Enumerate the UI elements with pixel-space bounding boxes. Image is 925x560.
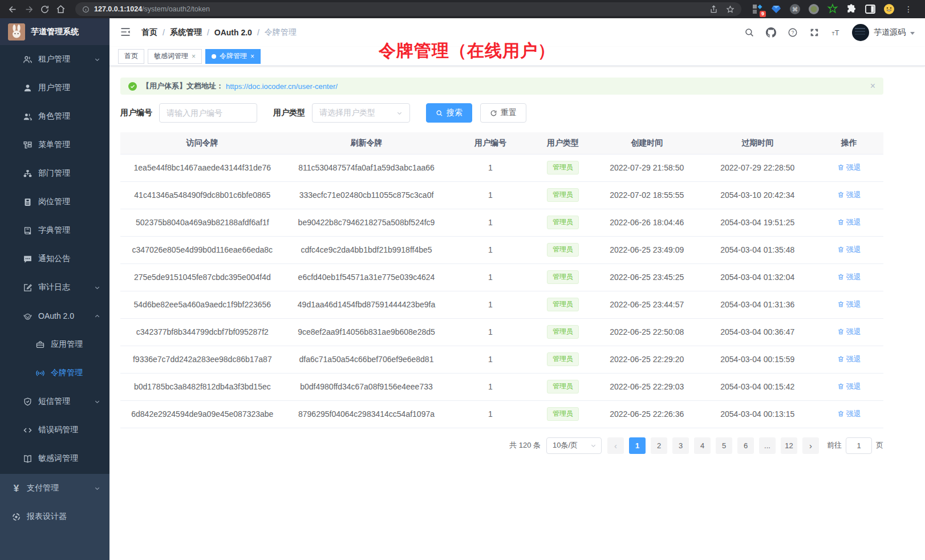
doc-link[interactable]: https://doc.iocoder.cn/user-center/: [226, 82, 338, 91]
sidebar-item-role[interactable]: 角色管理: [0, 102, 109, 131]
sidebar-item-audit-log[interactable]: 审计日志: [0, 273, 109, 302]
bookmark-star-icon[interactable]: [726, 5, 735, 14]
profile-emoji-icon[interactable]: [883, 3, 895, 15]
table-row: c342377bf8b344799dcbf7bf095287f2 9ce8ef2…: [120, 318, 883, 346]
sidebar-item-oauth-app[interactable]: 应用管理: [0, 330, 109, 359]
cell-access-token: 54d6be82ee5a460a9aedc1f9bf223656: [120, 291, 285, 318]
cell-actions: 强退: [815, 154, 883, 181]
page-button[interactable]: 1: [629, 437, 646, 454]
page-content: 【用户体系】文档地址： https://doc.iocoder.cn/user-…: [109, 66, 925, 560]
tab-token[interactable]: 令牌管理 ×: [205, 49, 261, 64]
breadcrumb-system[interactable]: 系统管理: [170, 27, 202, 38]
app-logo: [8, 23, 25, 40]
site-info-icon[interactable]: [82, 6, 90, 13]
goto-page-input[interactable]: [846, 437, 872, 454]
search-icon[interactable]: [744, 27, 755, 38]
page-button[interactable]: 6: [737, 437, 754, 454]
page-button[interactable]: 12: [781, 437, 797, 454]
tab-sensitive-word[interactable]: 敏感词管理 ×: [148, 49, 202, 64]
force-logout-button[interactable]: 强退: [837, 354, 861, 364]
sidebar-item-sensitive-word[interactable]: 敏感词管理: [0, 444, 109, 473]
force-logout-button[interactable]: 强退: [837, 272, 861, 282]
cell-actions: 强退: [815, 291, 883, 318]
user-type-select[interactable]: 请选择用户类型: [312, 103, 410, 123]
page-button[interactable]: 5: [716, 437, 732, 454]
share-icon[interactable]: [709, 5, 718, 14]
extension-star-icon[interactable]: [827, 3, 838, 15]
force-logout-button[interactable]: 强退: [837, 327, 861, 337]
breadcrumb-current: 令牌管理: [265, 27, 297, 38]
sidebar-item-report-designer[interactable]: 报表设计器: [0, 502, 109, 531]
reset-button[interactable]: 重置: [480, 103, 526, 123]
alert-close-icon[interactable]: ×: [870, 82, 875, 91]
close-icon[interactable]: ×: [250, 52, 254, 60]
sidebar-item-dept[interactable]: 部门管理: [0, 159, 109, 188]
sidebar-item-post[interactable]: 岗位管理: [0, 188, 109, 216]
cell-user-id: 1: [448, 400, 532, 428]
force-logout-button[interactable]: 强退: [837, 409, 861, 419]
sidebar-item-oauth2[interactable]: OAuth 2.0: [0, 302, 109, 330]
user-id-input[interactable]: [159, 103, 257, 123]
cell-user-id: 1: [448, 318, 532, 346]
sidebar-item-tenant[interactable]: 租户管理: [0, 45, 109, 74]
page-button[interactable]: 4: [694, 437, 711, 454]
search-button[interactable]: 搜索: [426, 103, 472, 123]
extension-command-icon[interactable]: ⌘: [789, 3, 801, 15]
github-icon[interactable]: [765, 27, 777, 38]
force-logout-button[interactable]: 强退: [837, 190, 861, 200]
font-size-icon[interactable]: TT: [830, 27, 842, 38]
total-count: 共 120 条: [509, 440, 541, 451]
sidebar-item-oauth-token[interactable]: 令牌管理: [0, 359, 109, 387]
menu-tree-icon: [23, 140, 33, 150]
sidebar-item-menu[interactable]: 菜单管理: [0, 131, 109, 159]
page-button[interactable]: ...: [759, 437, 776, 454]
cell-expire-time: 2054-03-04 00:15:42: [700, 373, 815, 400]
sidebar-item-user[interactable]: 用户管理: [0, 74, 109, 102]
extension-circle-icon[interactable]: [808, 3, 819, 15]
force-logout-button[interactable]: 强退: [837, 217, 861, 228]
chevron-down-icon: [396, 110, 403, 116]
sidebar-collapse-icon[interactable]: [120, 26, 132, 39]
force-logout-button[interactable]: 强退: [837, 299, 861, 310]
force-logout-button[interactable]: 强退: [837, 382, 861, 392]
page-button[interactable]: 3: [672, 437, 689, 454]
col-create-time: 创建时间: [594, 132, 700, 154]
side-panel-icon[interactable]: [865, 3, 876, 15]
back-icon[interactable]: [5, 1, 21, 17]
extension-grid-icon[interactable]: 9: [752, 3, 763, 15]
sidebar-item-errorcode[interactable]: 错误码管理: [0, 416, 109, 444]
extension-puzzle-icon[interactable]: [846, 3, 857, 15]
user-type-tag: 管理员: [547, 325, 579, 339]
browser-menu-icon[interactable]: ⋮: [902, 5, 916, 14]
extension-gem-icon[interactable]: [770, 3, 782, 15]
close-icon[interactable]: ×: [192, 52, 196, 60]
home-icon[interactable]: [52, 1, 68, 17]
cell-expire-time: 2054-03-04 19:51:25: [700, 209, 815, 236]
tab-home[interactable]: 首页: [118, 49, 144, 64]
next-page-button[interactable]: ›: [802, 437, 819, 454]
sidebar-item-notice[interactable]: 通知公告: [0, 245, 109, 273]
force-logout-button[interactable]: 强退: [837, 245, 861, 255]
page-size-select[interactable]: 10条/页: [546, 437, 602, 454]
breadcrumb-home[interactable]: 首页: [141, 27, 157, 38]
user-type-tag: 管理员: [547, 270, 579, 284]
sidebar-item-sms[interactable]: 短信管理: [0, 387, 109, 416]
breadcrumb-oauth[interactable]: OAuth 2.0: [214, 28, 252, 37]
fullscreen-icon[interactable]: [809, 27, 820, 38]
user-menu[interactable]: 芋道源码: [852, 24, 915, 41]
user-id-label: 用户编号: [120, 108, 152, 118]
chevron-down-icon: [94, 485, 100, 492]
reload-icon[interactable]: [36, 1, 52, 17]
sidebar-item-dict[interactable]: 字典管理: [0, 216, 109, 245]
cell-actions: 强退: [815, 209, 883, 236]
address-bar[interactable]: 127.0.0.1:1024/system/oauth2/token: [75, 2, 741, 16]
page-button[interactable]: 2: [651, 437, 667, 454]
sidebar-item-pay[interactable]: ¥ 支付管理: [0, 474, 109, 502]
forward-icon[interactable]: [21, 1, 36, 17]
prev-page-button[interactable]: ‹: [607, 437, 624, 454]
help-icon[interactable]: ?: [787, 27, 798, 38]
force-logout-button[interactable]: 强退: [837, 163, 861, 173]
app-logo-row[interactable]: 芋道管理系统: [0, 18, 109, 45]
cell-actions: 强退: [815, 318, 883, 346]
sms-shield-icon: [23, 397, 33, 407]
